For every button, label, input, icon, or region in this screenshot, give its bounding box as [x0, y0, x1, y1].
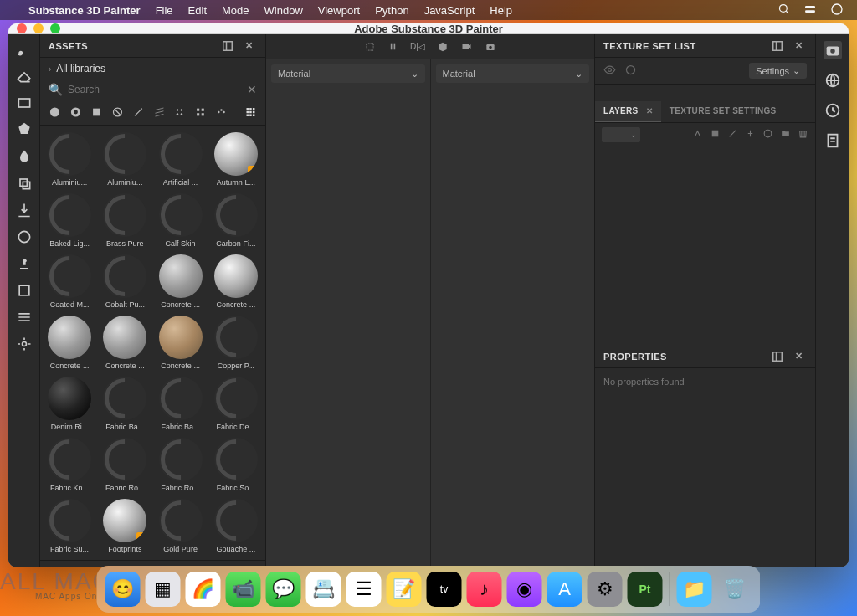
vp-select-icon[interactable]: [364, 41, 376, 53]
menu-window[interactable]: Window: [264, 4, 303, 17]
vp-cube-icon[interactable]: [437, 41, 449, 53]
history-icon[interactable]: [824, 101, 842, 120]
dock-finder[interactable]: 😊: [105, 572, 141, 607]
filter-env-icon[interactable]: [173, 105, 186, 120]
menu-help[interactable]: Help: [490, 4, 512, 17]
list-collapse-icon[interactable]: [49, 565, 60, 567]
filter-texture-icon[interactable]: [132, 105, 145, 120]
asset-item[interactable]: Autumn L...: [210, 131, 262, 188]
clear-search-icon[interactable]: ✕: [247, 83, 257, 96]
library-selector[interactable]: › All libraries: [40, 58, 265, 80]
layer-mask-icon[interactable]: [692, 128, 703, 141]
filter-alpha-icon[interactable]: [111, 105, 124, 120]
dock-music[interactable]: ♪: [467, 572, 502, 607]
filter-mask-icon[interactable]: [90, 105, 103, 120]
dock-tv[interactable]: tv: [427, 572, 462, 607]
asset-item[interactable]: Fabric Ro...: [99, 436, 151, 494]
asset-item[interactable]: Denim Ri...: [44, 375, 95, 433]
resource-tool[interactable]: [16, 282, 33, 299]
asset-item[interactable]: Aluminiu...: [44, 131, 95, 188]
asset-item[interactable]: Concrete ...: [44, 314, 95, 372]
eraser-tool[interactable]: [16, 68, 33, 85]
asset-item[interactable]: Calf Skin: [155, 192, 207, 249]
list-expand-icon[interactable]: [69, 565, 80, 567]
tab-texture-settings[interactable]: TEXTURE SET SETTINGS: [661, 101, 785, 122]
layer-fill-icon[interactable]: [727, 128, 738, 141]
asset-item[interactable]: Brass Pure: [99, 192, 151, 249]
asset-item[interactable]: Artificial ...: [155, 131, 207, 188]
search-input[interactable]: [68, 84, 242, 95]
filter-hatch-icon[interactable]: [153, 105, 166, 120]
close-window-button[interactable]: [17, 23, 27, 33]
clone-tool[interactable]: [16, 175, 33, 192]
dock-facetime[interactable]: 📹: [226, 572, 261, 607]
material-tool[interactable]: [16, 228, 33, 245]
layer-adjust-icon[interactable]: [745, 128, 756, 141]
dock-settings[interactable]: ⚙: [588, 572, 623, 607]
asset-item[interactable]: Concrete ...: [155, 314, 207, 372]
layer-smart-icon[interactable]: [762, 128, 773, 141]
asset-item[interactable]: Gold Pure: [155, 497, 207, 555]
settings-tool[interactable]: [16, 336, 33, 352]
dock-appstore[interactable]: A: [547, 572, 582, 607]
asset-item[interactable]: Carbon Fi...: [210, 192, 262, 249]
close-panel-icon[interactable]: ✕: [792, 349, 807, 364]
asset-item[interactable]: Fabric Kn...: [44, 436, 95, 494]
dock-contacts[interactable]: 📇: [306, 572, 341, 607]
dock-photos[interactable]: 🌈: [186, 572, 221, 607]
brush-tool[interactable]: [16, 41, 33, 58]
vp-camera-icon[interactable]: [460, 40, 473, 53]
vp-pause-icon[interactable]: [387, 41, 398, 52]
menu-viewport[interactable]: Viewport: [318, 4, 360, 17]
camera-icon[interactable]: [824, 41, 842, 59]
filter-sphere-icon[interactable]: [49, 105, 61, 120]
asset-item[interactable]: Cobalt Pu...: [99, 253, 151, 311]
tab-layers[interactable]: LAYERS ✕: [595, 101, 661, 122]
asset-item[interactable]: Gouache ...: [210, 497, 262, 555]
maximize-window-button[interactable]: [50, 23, 60, 33]
asset-item[interactable]: Fabric So...: [210, 436, 262, 494]
viewport-2d[interactable]: Material ⌄: [431, 59, 595, 567]
dock-notes[interactable]: 📝: [387, 572, 422, 607]
filter-smart-icon[interactable]: [69, 105, 82, 120]
layer-effect-icon[interactable]: [710, 128, 721, 141]
layers-body[interactable]: [595, 146, 815, 345]
dock-messages[interactable]: 💬: [266, 572, 301, 607]
asset-item[interactable]: Copper P...: [210, 314, 262, 372]
grid-view-icon[interactable]: [244, 105, 257, 120]
asset-item[interactable]: Fabric Ba...: [99, 375, 151, 433]
asset-item[interactable]: Coated M...: [44, 253, 95, 311]
viewport-3d[interactable]: Material ⌄: [266, 59, 431, 567]
visibility-icon[interactable]: [603, 64, 616, 79]
undock-icon[interactable]: [770, 349, 785, 364]
asset-item[interactable]: Concrete ...: [155, 253, 207, 311]
bake-tool[interactable]: [16, 309, 33, 326]
vp-photo-icon[interactable]: [485, 41, 496, 53]
vp-symmetry-icon[interactable]: D|◁: [410, 42, 425, 51]
blend-mode-dropdown[interactable]: ⌄: [602, 127, 640, 142]
solo-icon[interactable]: [624, 64, 637, 79]
menu-python[interactable]: Python: [375, 4, 408, 17]
dock-trash[interactable]: 🗑️: [717, 572, 752, 607]
siri-icon[interactable]: [830, 3, 844, 18]
close-panel-icon[interactable]: ✕: [242, 38, 257, 54]
export-tool[interactable]: [16, 202, 33, 218]
app-menu[interactable]: Substance 3D Painter: [28, 4, 141, 17]
filter-misc-icon[interactable]: [215, 105, 228, 120]
layer-delete-icon[interactable]: [798, 128, 808, 141]
stamp-tool[interactable]: [16, 255, 33, 272]
menu-mode[interactable]: Mode: [222, 4, 249, 17]
minimize-window-button[interactable]: [33, 23, 44, 33]
material-dropdown-2d[interactable]: Material ⌄: [436, 64, 590, 83]
smudge-tool[interactable]: [16, 148, 33, 165]
filter-grid-icon[interactable]: [194, 105, 207, 120]
log-icon[interactable]: [824, 131, 842, 150]
dock-launchpad[interactable]: ▦: [146, 572, 181, 607]
search-icon[interactable]: [777, 3, 790, 18]
dock-downloads[interactable]: 📁: [677, 572, 712, 607]
polygon-fill-tool[interactable]: [16, 121, 33, 138]
dock-reminders[interactable]: ☰: [346, 572, 382, 607]
undock-icon[interactable]: [770, 38, 785, 54]
projection-tool[interactable]: [16, 95, 33, 111]
asset-item[interactable]: Aluminiu...: [99, 131, 151, 188]
